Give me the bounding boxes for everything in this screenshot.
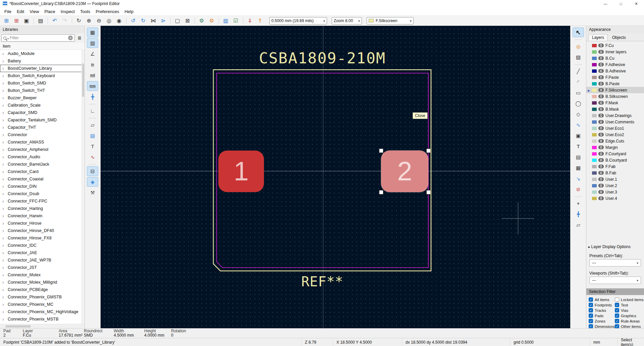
expand-chevron-icon[interactable] [2,117,5,123]
visibility-eye-icon[interactable] [598,82,604,85]
delete-tool-icon[interactable]: ⊘ [573,184,584,194]
mirror-vertical-icon[interactable]: ⊳ [159,16,168,25]
reference-designator-text[interactable]: REF** [255,274,389,289]
checkbox-icon[interactable] [589,319,593,323]
layer-user-3[interactable]: User.3 [586,189,644,195]
image-tool-icon[interactable]: ▣ [573,131,584,140]
menu-preferences[interactable]: Preferences [93,8,122,15]
layer-margin[interactable]: Margin [586,144,644,151]
library-item[interactable]: Audio_Module [0,50,85,57]
visibility-eye-icon[interactable] [598,101,604,105]
arc-tool-icon[interactable]: ◜ [573,77,584,87]
presets-select[interactable]: --- [589,259,641,267]
save-icon[interactable]: ▣ [22,16,31,25]
expand-chevron-icon[interactable] [2,103,5,108]
redo-icon[interactable]: ↷ [60,16,69,25]
insert-footprint-into-board-icon[interactable]: ⇑ [255,16,265,25]
expand-chevron-icon[interactable] [2,235,5,241]
library-item[interactable]: Connector_Hirose_FX8 [0,234,85,242]
visibility-eye-icon[interactable] [598,152,604,156]
layer-color-swatch[interactable] [592,82,597,85]
filter-rule-areas[interactable]: Rule Areas [615,319,644,323]
layer-b-courtyard[interactable]: B.Courtyard [586,157,644,163]
library-item[interactable]: Connector_Audio [0,153,85,161]
menu-inspect[interactable]: Inspect [58,8,77,15]
mirror-horizontal-icon[interactable]: ⋈ [149,16,158,25]
checkbox-icon[interactable] [589,324,593,328]
layer-color-swatch[interactable] [592,152,597,156]
layer-f-paste[interactable]: F.Paste [586,74,644,80]
expand-chevron-icon[interactable] [2,58,5,64]
tab-objects[interactable]: Objects [608,34,630,41]
sketch-text-icon[interactable]: T [87,141,98,151]
checkbox-icon[interactable] [615,297,619,302]
checkbox-icon[interactable] [589,303,593,307]
new-footprint-icon[interactable]: ⊞ [2,16,11,25]
layer-color-swatch[interactable] [592,101,597,105]
expand-chevron-icon[interactable] [2,154,5,160]
library-item[interactable]: Connector_IDC [0,242,85,249]
library-item[interactable]: Connector_PCBEdge [0,286,85,293]
visibility-eye-icon[interactable] [598,120,604,124]
units-mils-icon[interactable]: mil [87,70,98,80]
layer-user-1[interactable]: User.1 [586,176,644,182]
menu-edit[interactable]: Edit [14,8,27,15]
visibility-eye-icon[interactable] [598,107,604,111]
expand-chevron-icon[interactable] [2,51,5,56]
layer-display-options[interactable]: Layer Display Options [588,244,642,249]
library-item[interactable]: Connector_Card [0,168,85,175]
layer-b-cu[interactable]: B.Cu [586,55,644,61]
polar-coordinates-icon[interactable]: ∠ [87,49,98,59]
layer-color-swatch[interactable] [592,165,597,168]
footprint-properties-icon[interactable]: ⚙ [197,16,206,25]
horizontal-scrollbar[interactable] [0,324,85,328]
filter-vias[interactable]: Vias [615,308,644,312]
layer-user-drawings[interactable]: User.Drawings [586,112,644,119]
scrollbar-thumb[interactable] [82,63,84,97]
minimize-button[interactable]: — [598,0,613,7]
filter-options-icon[interactable] [76,34,83,42]
layer-f-fab[interactable]: F.Fab [586,163,644,170]
expand-chevron-icon[interactable] [2,302,5,307]
expand-chevron-icon[interactable] [2,228,5,233]
checkbox-icon[interactable] [589,313,593,318]
layer-color-swatch[interactable] [592,108,597,111]
library-item[interactable]: Connector_Dsub [0,190,85,197]
library-item[interactable]: Connector_FFC-FPC [0,197,85,205]
layer-color-swatch[interactable] [592,114,597,117]
visibility-eye-icon[interactable] [598,139,604,143]
filter-tracks[interactable]: Tracks [589,308,615,312]
selection-handle[interactable] [426,149,431,153]
layer-select[interactable]: F.Silkscreen [367,17,414,24]
layer-color-swatch[interactable] [592,127,597,130]
expand-chevron-icon[interactable] [2,162,5,167]
expand-chevron-icon[interactable] [2,272,5,278]
library-tree-icon[interactable]: ⊟ [87,166,98,176]
default-pad-properties-icon[interactable]: ⚙ [207,16,216,25]
expand-chevron-icon[interactable] [2,265,5,270]
group-icon[interactable]: ▢ [173,16,182,25]
filter-other-items[interactable]: Other items [615,324,644,328]
layer-f-courtyard[interactable]: F.Courtyard [586,151,644,157]
library-item[interactable]: Connector_Phoenix_GMSTB [0,293,85,301]
layer-color-swatch[interactable] [592,63,597,66]
layer-color-swatch[interactable] [592,178,597,181]
rotate-cw-icon[interactable]: ↻ [139,16,148,25]
visibility-eye-icon[interactable] [598,75,604,79]
selection-handle[interactable] [426,190,431,194]
anchor-tool-icon[interactable]: ⌖ [573,198,584,208]
menu-tools[interactable]: Tools [77,8,93,15]
menu-place[interactable]: Place [42,8,58,15]
library-item[interactable]: Connector_Coaxial [0,175,85,183]
layer-color-swatch[interactable] [592,120,597,124]
line-tool-icon[interactable]: ╱ [573,66,584,76]
layer-user-eco2[interactable]: User.Eco2 [586,131,644,138]
library-item[interactable]: Connector_Amphenol [0,146,85,153]
layer-edge-cuts[interactable]: Edge.Cuts [586,138,644,144]
select-tool-icon[interactable]: ↖ [573,27,584,37]
grid-select[interactable]: 0.5000 mm (19.69 mils) [269,17,327,24]
expand-chevron-icon[interactable] [2,294,5,300]
library-item[interactable]: BoostConverter_Library [0,65,85,72]
expand-chevron-icon[interactable] [2,73,5,78]
layer-b-silkscreen[interactable]: B.Silkscreen [586,93,644,100]
